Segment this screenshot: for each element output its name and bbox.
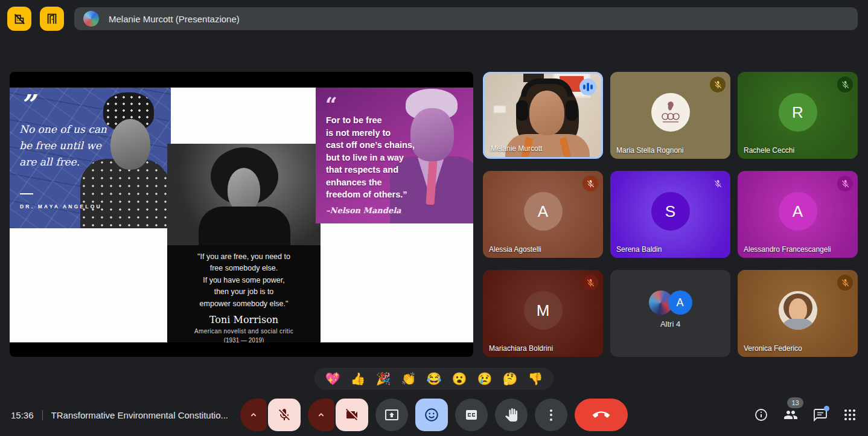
participant-name: Rachele Cecchi	[744, 146, 794, 155]
smiley-icon	[424, 407, 439, 423]
shared-presentation[interactable]: ” No one of us can be free until we are …	[10, 72, 473, 357]
reaction-heart[interactable]: 💖	[325, 373, 340, 385]
participant-name: Maria Stella Rognoni	[616, 146, 683, 155]
avatar: A	[668, 290, 692, 315]
camera-options-button[interactable]	[308, 399, 334, 431]
top-bar: Melanie Murcott (Presentazione)	[0, 0, 868, 37]
mic-off-icon	[710, 77, 726, 92]
avatar: R	[779, 93, 817, 132]
africa-logo-icon	[657, 98, 685, 126]
presenter-avatar	[83, 11, 99, 27]
nelson-mandela-panel: “ For to be free is not merely to cast o…	[316, 88, 473, 223]
presenter-banner[interactable]: Melanie Murcott (Presentazione)	[74, 7, 858, 30]
toni-morrison-panel: "If you are free, you need to free someb…	[167, 144, 321, 342]
reaction-thumbs-down[interactable]: 👎	[528, 373, 543, 385]
participant-name: Alessandro Francescangeli	[744, 245, 831, 254]
reaction-clap[interactable]: 👏	[401, 373, 416, 385]
raise-hand-button[interactable]	[495, 399, 528, 431]
chevron-up-icon	[248, 409, 259, 420]
toni-name: Toni Morrison	[167, 314, 321, 325]
raised-hand-icon	[505, 408, 518, 422]
mic-off-icon	[837, 176, 853, 191]
mic-toggle-button[interactable]	[268, 399, 301, 431]
mic-off-icon	[837, 77, 853, 92]
participant-name: Mariachiara Boldrini	[489, 344, 553, 353]
building-disabled-button[interactable]	[7, 7, 31, 31]
reaction-cry[interactable]: 😢	[477, 373, 492, 385]
closed-captions-icon	[464, 408, 479, 422]
reactions-toggle-button[interactable]	[415, 399, 448, 431]
group-label: Altri 4	[610, 319, 730, 329]
divider	[20, 193, 33, 194]
participant-name: Alessia Agostelli	[489, 245, 541, 254]
mic-off-icon	[582, 275, 598, 290]
tile-altri-4[interactable]: A Altri 4	[610, 270, 730, 357]
mandela-quote: For to be free is not merely to cast off…	[326, 114, 415, 201]
participants-button[interactable]: 13	[783, 408, 798, 422]
tile-alessia-agostelli[interactable]: A Alessia Agostelli	[483, 171, 603, 258]
people-icon	[783, 408, 798, 422]
activities-button[interactable]	[843, 408, 857, 422]
maya-angelou-panel: ” No one of us can be free until we are …	[10, 88, 171, 228]
side-panel-icons: 13	[754, 394, 857, 436]
avatar: A	[779, 192, 817, 231]
participant-name: Melanie Murcott	[491, 144, 542, 153]
call-controls	[240, 399, 628, 431]
door-button[interactable]	[40, 7, 64, 31]
quote-mark: “	[325, 92, 337, 117]
videocam-off-icon	[345, 408, 359, 422]
meeting-details-button[interactable]	[754, 408, 768, 422]
reaction-thinking[interactable]: 🤔	[502, 373, 517, 385]
participant-count-badge: 13	[787, 397, 803, 408]
mic-options-button[interactable]	[240, 399, 267, 431]
present-button[interactable]	[375, 399, 408, 431]
clock: 15:36	[11, 410, 34, 420]
mic-off-icon	[582, 176, 598, 191]
toni-morrison-photo	[167, 144, 321, 245]
avatar: A	[524, 192, 563, 231]
avatar: S	[651, 192, 690, 231]
reaction-laugh[interactable]: 😂	[427, 373, 442, 385]
chat-notification-dot	[824, 406, 829, 411]
mic-off-icon	[710, 176, 726, 191]
end-call-button[interactable]	[575, 399, 628, 431]
tile-alessandro-francescangeli[interactable]: A Alessandro Francescangeli	[738, 171, 858, 258]
tile-serena-baldin[interactable]: S Serena Baldin	[610, 171, 730, 258]
divider	[42, 410, 43, 420]
presenter-name: Melanie Murcott (Presentazione)	[109, 14, 240, 24]
reactions-bar: 💖 👍 🎉 👏 😂 😮 😢 🤔 👎	[314, 368, 554, 390]
captions-button[interactable]	[455, 399, 488, 431]
group-avatars: A	[649, 290, 692, 315]
tile-rachele-cecchi[interactable]: R Rachele Cecchi	[738, 72, 858, 159]
camera-toggle-button[interactable]	[336, 399, 368, 431]
apps-grid-icon	[843, 408, 857, 422]
reaction-surprised[interactable]: 😮	[452, 373, 467, 385]
reaction-thumbs-up[interactable]: 👍	[351, 373, 366, 385]
bottom-bar: 15:36 TRansformative Environmental Const…	[0, 394, 868, 436]
avatar-photo	[779, 291, 817, 330]
tile-mariachiara-boldrini[interactable]: M Mariachiara Boldrini	[483, 270, 603, 357]
chat-button[interactable]	[813, 408, 828, 422]
meeting-info: 15:36 TRansformative Environmental Const…	[11, 394, 228, 436]
toni-years: (1931 — 2019)	[167, 337, 321, 342]
building-slash-icon	[13, 12, 26, 25]
maya-quote: No one of us can be free until we are al…	[19, 121, 107, 171]
mic-off-icon	[837, 275, 853, 290]
camera-control-group	[308, 399, 368, 431]
present-screen-icon	[385, 408, 399, 422]
tile-veronica-federico[interactable]: Veronica Federico	[738, 270, 858, 357]
quote-mark: ”	[19, 89, 34, 120]
tile-maria-stella-rognoni[interactable]: Maria Stella Rognoni	[610, 72, 730, 159]
toni-quote: "If you are free, you need to free someb…	[167, 251, 321, 310]
participant-grid: Melanie Murcott Maria Stella Rognoni R R…	[483, 72, 858, 357]
tile-melanie-murcott[interactable]: Melanie Murcott	[483, 72, 603, 159]
more-options-button[interactable]	[535, 399, 567, 431]
call-end-icon	[593, 406, 610, 423]
audio-level-icon	[579, 79, 596, 95]
info-icon	[754, 408, 768, 422]
reaction-party[interactable]: 🎉	[376, 373, 391, 385]
chevron-up-icon	[316, 409, 327, 420]
participant-name: Serena Baldin	[616, 245, 662, 254]
mic-off-icon	[277, 408, 292, 422]
mic-control-group	[240, 399, 301, 431]
